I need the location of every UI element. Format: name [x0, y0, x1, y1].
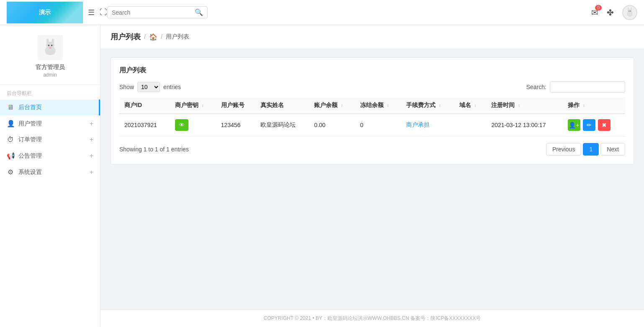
col-merchant-key-label: 商户密钥 [175, 102, 198, 108]
cell-fee: 商户承担 [401, 114, 454, 136]
page-body: 用户列表 Show 10 25 50 100 entries [100, 49, 644, 309]
logo-area: 演示 [7, 2, 83, 23]
cell-frozen: 0 [355, 114, 401, 136]
entries-label: entries [163, 84, 181, 90]
svg-point-14 [51, 45, 52, 46]
logo-text: 演示 [39, 9, 51, 16]
breadcrumb-link: 用户列表 [166, 33, 189, 41]
user-list-card: 用户列表 Show 10 25 50 100 entries [111, 57, 634, 164]
card-title: 用户列表 [119, 66, 625, 75]
show-label: Show [119, 84, 134, 90]
sidebar-item-announcements[interactable]: 📢 公告管理 + [0, 148, 100, 164]
key-view-button[interactable]: 👁 [175, 119, 188, 131]
settings-icon: ⚙ [7, 168, 14, 176]
layout: 官方管理员 admin 后台导航栏 🖥 后台首页 👤 用户管理 + ⏱ 订单管理… [0, 25, 644, 327]
footer: COPYRIGHT © 2021 • BY：欧皇源码论坛演示WWW.OHBBS.… [100, 309, 644, 327]
notification-badge: 0 [595, 5, 602, 10]
col-frozen: 冻结余额 ↕ [355, 97, 401, 114]
prev-button[interactable]: Previous [546, 143, 581, 156]
announcements-icon: 📢 [7, 152, 14, 160]
sidebar-item-users[interactable]: 👤 用户管理 + [0, 115, 100, 132]
svg-point-3 [628, 7, 629, 11]
svg-point-11 [46, 38, 49, 44]
col-fee-label: 手续费方式 [406, 102, 435, 108]
fee-method-link[interactable]: 商户承担 [406, 121, 430, 128]
sidebar-item-orders-label: 订单管理 [18, 136, 90, 143]
next-button[interactable]: Next [600, 143, 625, 156]
cell-merchant-id: 2021037921 [119, 114, 170, 136]
svg-point-15 [49, 46, 51, 48]
svg-point-13 [48, 45, 49, 46]
cell-merchant-key: 👁 [170, 114, 216, 136]
col-real-name: 真实姓名 [255, 97, 309, 114]
footer-text: COPYRIGHT © 2021 • BY：欧皇源码论坛演示WWW.OHBBS.… [264, 315, 481, 321]
sidebar-item-settings-label: 系统设置 [18, 169, 90, 176]
header-left: 演示 ☰ ⛶ [7, 2, 107, 23]
user-name: 官方管理员 [36, 64, 65, 71]
show-entries: Show 10 25 50 100 entries [119, 82, 181, 92]
users-plus-icon[interactable]: + [90, 120, 93, 128]
col-reg-time-label: 注册时间 [491, 102, 515, 108]
col-action-label: 操作 [568, 102, 580, 108]
user-avatar [38, 35, 63, 60]
sort-icon-frozen: ↕ [387, 103, 389, 108]
svg-point-5 [629, 10, 629, 11]
delete-button[interactable]: ✖ [598, 119, 611, 131]
col-domain-label: 域名 [459, 102, 471, 108]
user-table: 商户ID 商户密钥 ↕ 用户账号 真实姓名 [119, 97, 625, 136]
col-real-name-label: 真实姓名 [260, 102, 284, 108]
avatar[interactable] [622, 5, 637, 20]
add-user-button[interactable]: 👤+ [568, 119, 580, 131]
announcements-plus-icon[interactable]: + [90, 152, 93, 160]
edit-button[interactable]: ✏ [583, 119, 595, 131]
orders-plus-icon[interactable]: + [90, 136, 93, 143]
cell-domain [454, 114, 487, 136]
col-merchant-id-label: 商户ID [124, 102, 142, 108]
svg-point-6 [630, 10, 631, 11]
col-user-account-label: 用户账号 [221, 102, 245, 108]
home-icon: 🖥 [7, 104, 14, 111]
sort-icon-action: ↕ [583, 103, 585, 108]
sort-icon-fee: ↕ [439, 103, 441, 108]
cell-user-account: 123456 [216, 114, 256, 136]
page-1-button[interactable]: 1 [583, 143, 599, 156]
sidebar-item-orders[interactable]: ⏱ 订单管理 + [0, 132, 100, 148]
sidebar-item-announcements-label: 公告管理 [18, 152, 90, 160]
col-balance: 账户余额 ↕ [309, 97, 355, 114]
main-content: 用户列表 / 🏠 / 用户列表 用户列表 Show 10 25 50 [100, 25, 644, 327]
breadcrumb-title: 用户列表 [111, 32, 141, 42]
breadcrumb-sep1: / [144, 33, 146, 40]
nav-section-label: 后台导航栏 [0, 85, 100, 100]
table-search: Search: [526, 82, 625, 92]
sidebar-item-home[interactable]: 🖥 后台首页 [0, 100, 100, 115]
svg-point-12 [52, 38, 54, 44]
puzzle-icon[interactable]: ✤ [607, 8, 614, 18]
user-id: admin [43, 72, 57, 78]
cell-real-name: 欧皇源码论坛 [255, 114, 309, 136]
orders-icon: ⏱ [7, 136, 14, 143]
expand-icon[interactable]: ⛶ [100, 8, 107, 17]
settings-plus-icon[interactable]: + [90, 169, 93, 176]
col-reg-time: 注册时间 ↕ [486, 97, 562, 114]
cell-reg-time: 2021-03-12 13:00:17 [486, 114, 562, 136]
col-merchant-id: 商户ID [119, 97, 170, 114]
svg-point-4 [631, 7, 632, 11]
search-button[interactable]: 🔍 [195, 8, 203, 16]
header-right: ✉ 0 ✤ [591, 5, 637, 20]
search-input[interactable] [112, 9, 195, 16]
table-controls: Show 10 25 50 100 entries Search: [119, 82, 625, 92]
sort-icon-domain: ↕ [474, 103, 477, 108]
entries-select[interactable]: 10 25 50 100 [137, 82, 160, 92]
breadcrumb-home-icon[interactable]: 🏠 [149, 33, 157, 41]
sidebar-item-settings[interactable]: ⚙ 系统设置 + [0, 164, 100, 180]
pagination-bar: Showing 1 to 1 of 1 entries Previous 1 N… [119, 143, 625, 156]
notification-icon[interactable]: ✉ 0 [591, 8, 598, 18]
breadcrumb: 用户列表 / 🏠 / 用户列表 [100, 25, 644, 49]
svg-point-7 [629, 12, 631, 13]
pagination-info: Showing 1 to 1 of 1 entries [119, 146, 189, 153]
col-fee: 手续费方式 ↕ [401, 97, 454, 114]
sidebar: 官方管理员 admin 后台导航栏 🖥 后台首页 👤 用户管理 + ⏱ 订单管理… [0, 25, 100, 327]
table-search-input[interactable] [550, 82, 625, 92]
sidebar-item-users-label: 用户管理 [18, 120, 90, 128]
menu-icon[interactable]: ☰ [88, 8, 95, 17]
